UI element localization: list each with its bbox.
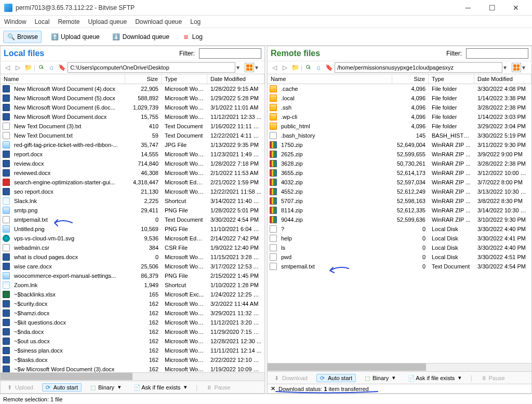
col-name[interactable]: Name — [268, 74, 392, 84]
refresh-icon[interactable]: ⟳ — [301, 61, 314, 74]
file-row[interactable]: ~$hamzi.docx162Microsoft Wor...3/29/2021… — [1, 308, 264, 318]
local-hscroll[interactable] — [1, 372, 264, 381]
menu-upload-queue[interactable]: Upload queue — [88, 18, 127, 25]
upload-button[interactable]: ⬆Upload — [4, 383, 37, 392]
file-row[interactable]: seo report.docx21,130Microsoft Wor...12/… — [1, 187, 264, 196]
back-icon[interactable]: ◁ — [270, 63, 279, 72]
remote-path-input[interactable] — [335, 62, 502, 73]
file-row[interactable]: New Text Document (3).txt410Text Documen… — [1, 122, 264, 131]
col-name[interactable]: Name — [1, 74, 125, 84]
log-button[interactable]: ≣ Log — [178, 31, 206, 43]
col-date[interactable]: Date Modified — [474, 74, 531, 84]
file-row[interactable]: New Microsoft Word Document.docx15,755Mi… — [1, 112, 264, 122]
file-row[interactable]: New Microsoft Word Document (5).docx588,… — [1, 93, 264, 103]
file-row[interactable]: ~$backlinks.xlsx165Microsoft Exc...1/24/… — [1, 290, 264, 299]
forward-icon[interactable]: ▷ — [13, 63, 22, 72]
menu-download-queue[interactable]: Download queue — [135, 18, 182, 25]
path-dropdown-icon[interactable]: ▾ — [236, 64, 244, 71]
file-row[interactable]: pwd0Local Disk3/30/2022 4:51 PM — [268, 252, 531, 262]
file-row[interactable]: reviewed.docx46,308Microsoft Wor...2/1/2… — [1, 168, 264, 178]
col-type[interactable]: Type — [429, 74, 474, 84]
file-row[interactable]: ~$out us.docx162Microsoft Wor...12/28/20… — [1, 336, 264, 346]
pause-button[interactable]: ⏸Pause — [477, 374, 509, 382]
col-size[interactable]: Size — [392, 74, 429, 84]
file-row[interactable]: vps-vs-cloud-vm-01.svg9,536Microsoft Edg… — [1, 234, 264, 243]
binary-button[interactable]: ⬚Binary▾ — [361, 373, 399, 382]
home-icon[interactable]: ⌂ — [47, 63, 56, 72]
binary-button[interactable]: ⬚Binary▾ — [87, 383, 125, 392]
file-row[interactable]: search-engine-optimization-starter-gui..… — [1, 178, 264, 187]
menu-log[interactable]: Log — [190, 18, 201, 25]
file-row[interactable]: wise care.docx25,506Microsoft Wor...3/17… — [1, 262, 264, 271]
file-row[interactable]: public_html4,096File folder3/29/2022 3:0… — [268, 122, 531, 131]
file-row[interactable]: report.docx14,555Microsoft Wor...11/23/2… — [1, 150, 264, 159]
file-row[interactable]: 4032.zip52,597,034WinRAR ZIP ...3/7/2022… — [268, 178, 531, 187]
remote-hscroll[interactable] — [268, 363, 531, 371]
home-icon[interactable]: ⌂ — [314, 63, 323, 72]
file-row[interactable]: smtp.png29,411PNG File1/28/2022 5:01 PM — [1, 206, 264, 215]
file-row[interactable]: ~$siness plan.docx162Microsoft Wor...11/… — [1, 346, 264, 355]
view-grid-icon[interactable] — [512, 63, 521, 72]
browse-button[interactable]: 🔍 Browse — [3, 31, 42, 43]
file-row[interactable]: what is cloud pages.docx0Microsoft Wor..… — [1, 252, 264, 262]
refresh-icon[interactable]: ⟳ — [34, 61, 47, 74]
file-row[interactable]: New Microsoft Word Document (4).docx22,9… — [1, 84, 264, 93]
up-folder-icon[interactable]: 📁 — [290, 63, 300, 72]
menu-window[interactable]: Window — [4, 18, 26, 25]
menu-local[interactable]: Local — [35, 18, 50, 25]
file-row[interactable]: ~$nda.docx162Microsoft Wor...11/29/2020 … — [1, 327, 264, 336]
file-row[interactable]: smtpemail.txt0Text Document3/30/2022 4:5… — [1, 215, 264, 224]
file-row[interactable]: ~$kit questions.docx162Microsoft Wor...1… — [1, 318, 264, 327]
local-rows[interactable]: New Microsoft Word Document (4).docx22,9… — [1, 84, 264, 372]
file-row[interactable]: New Text Document.txt59Text Document12/2… — [1, 131, 264, 140]
file-row[interactable]: .bash_history145BASH_HISTO...3/30/2022 5… — [268, 131, 531, 140]
view-dropdown-icon[interactable]: ▾ — [255, 64, 262, 71]
file-row[interactable]: ~$curity.docx162Microsoft Wor...3/2/2022… — [1, 299, 264, 308]
remote-rows[interactable]: .cache4,096File folder3/30/2022 4:08 PM.… — [268, 84, 531, 363]
path-dropdown-icon[interactable]: ▾ — [503, 64, 511, 71]
close-button[interactable]: ✕ — [504, 0, 528, 16]
file-row[interactable]: .ssh4,096File folder3/28/2022 2:38 PM — [268, 103, 531, 112]
file-row[interactable]: webadmin.csr384CSR File1/9/2022 12:40 PM — [1, 243, 264, 252]
download-button[interactable]: ⬇Download — [271, 374, 311, 382]
view-grid-icon[interactable] — [245, 63, 254, 72]
file-row[interactable]: 2625.zip52,599,655WinRAR ZIP ...3/9/2022… — [268, 150, 531, 159]
col-date[interactable]: Date Modified — [207, 74, 264, 84]
local-filter-input[interactable] — [199, 48, 261, 59]
file-row[interactable]: woocommerce-export-manual-settings...86,… — [1, 271, 264, 280]
view-dropdown-icon[interactable]: ▾ — [522, 64, 529, 71]
file-row[interactable]: ~$w Microsoft Word Document (3).docx162M… — [1, 365, 264, 372]
file-row[interactable]: .local4,096File folder1/14/2022 3:38 PM — [268, 93, 531, 103]
file-row[interactable]: help0Local Disk3/30/2022 4:41 PM — [268, 234, 531, 243]
maximize-button[interactable]: ☐ — [480, 0, 504, 16]
file-row[interactable]: smtpemail.txt0Text Document3/30/2022 4:5… — [268, 262, 531, 271]
file-row[interactable]: 3655.zip52,614,173WinRAR ZIP ...3/12/202… — [268, 168, 531, 178]
back-icon[interactable]: ◁ — [3, 63, 12, 72]
file-row[interactable]: 9044.zip52,599,636WinRAR ZIP ...3/10/202… — [268, 215, 531, 224]
upload-queue-button[interactable]: ⬆️ Upload queue — [47, 31, 103, 43]
askexists-button[interactable]: 📄Ask if file exists▾ — [130, 383, 191, 392]
file-row[interactable]: 1750.zip52,649,004WinRAR ZIP ...3/11/202… — [268, 140, 531, 150]
file-row[interactable]: 5707.zip52,598,163WinRAR ZIP ...3/8/2022… — [268, 196, 531, 206]
autostart-button[interactable]: ⟳Auto start — [42, 383, 82, 392]
minimize-button[interactable]: ─ — [456, 0, 480, 16]
menu-remote[interactable]: Remote — [58, 18, 79, 25]
col-type[interactable]: Type — [162, 74, 207, 84]
file-row[interactable]: Untitled.png10,569PNG File11/10/2021 6:0… — [1, 224, 264, 234]
file-row[interactable]: Zoom.lnk1,949Shortcut1/10/2022 1:28 PM — [1, 280, 264, 290]
file-row[interactable]: review.docx714,840Microsoft Wor...1/28/2… — [1, 159, 264, 168]
local-path-input[interactable] — [68, 62, 235, 73]
file-row[interactable]: New Microsoft Word Document (6.doc...1,0… — [1, 103, 264, 112]
close-status-icon[interactable]: ✕ — [271, 385, 275, 392]
file-row[interactable]: 8114.zip52,612,335WinRAR ZIP ...3/14/202… — [268, 206, 531, 215]
file-row[interactable]: 4552.zip52,612,249WinRAR ZIP ...3/13/202… — [268, 187, 531, 196]
bookmark-icon[interactable]: 🔖 — [57, 63, 66, 72]
col-size[interactable]: Size — [125, 74, 162, 84]
file-row[interactable]: .wp-cli4,096File folder1/14/2022 3:03 PM — [268, 112, 531, 122]
file-row[interactable]: red-gift-tag-price-ticket-with-red-ribbo… — [1, 140, 264, 150]
remote-filter-input[interactable] — [466, 48, 528, 59]
up-folder-icon[interactable]: 📁 — [23, 63, 33, 72]
askexists-button[interactable]: 📄Ask if file exists▾ — [404, 373, 465, 382]
file-row[interactable]: .cache4,096File folder3/30/2022 4:08 PM — [268, 84, 531, 93]
autostart-button[interactable]: ⟳Auto start — [316, 374, 356, 382]
